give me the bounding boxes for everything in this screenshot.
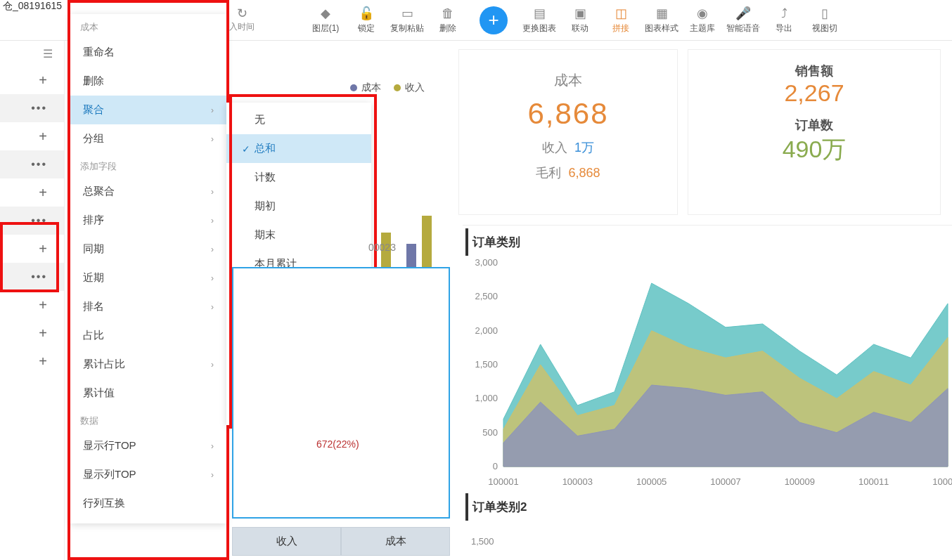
chevron-right-icon: › [211,470,214,480]
ctx-total-agg[interactable]: 总聚合› [70,177,226,206]
rail-add-2[interactable]: + [0,122,64,150]
context-menu: 成本 重命名 删除 聚合› 分组› 添加字段 总聚合› 排序› 同期› 近期› … [70,14,226,523]
ctx-rank[interactable]: 排名› [70,292,226,321]
ctx-cum-ratio[interactable]: 累计占比› [70,350,226,379]
ctx-row-top[interactable]: 显示行TOP› [70,431,226,460]
tool-view[interactable]: ▯视图切 [804,1,845,40]
x-category: 00023 [368,242,396,253]
rail-add-7[interactable]: + [0,347,64,375]
svg-text:100001: 100001 [488,476,518,487]
tool-lock[interactable]: 🔓锁定 [346,1,387,40]
copy-icon: ▭ [399,6,415,21]
trash-icon: 🗑 [440,6,456,21]
svg-text:100007: 100007 [710,476,740,487]
kpi-orders-title: 订单数 [688,117,940,134]
rail-more-1[interactable]: ••• [0,94,64,122]
tool-theme[interactable]: ◉主题库 [682,1,723,40]
ctx-same-period[interactable]: 同期› [70,235,226,263]
redo-icon: ↻ [237,6,247,21]
chevron-right-icon: › [211,302,214,312]
ctx-header-cost: 成本 [70,14,226,38]
chart3-ytick: 1,500 [463,521,952,547]
rail-add-4[interactable]: + [0,235,64,263]
svg-text:3,000: 3,000 [475,257,498,268]
layers-icon: ◆ [318,6,333,21]
rail-more-4[interactable]: ••• [0,263,64,291]
tool-layer[interactable]: ◆图层(1) [305,1,346,40]
kpi-cost-value: 6,868 [459,97,677,131]
pie-label: 672(22%) [316,438,359,450]
tool-time[interactable]: ↻ 入时间 [229,6,255,33]
ctx-transpose[interactable]: 行列互换 [70,489,226,518]
tool-voice[interactable]: 🎤智能语音 [723,1,764,40]
filename: 仓_08191615 [0,0,62,13]
tool-link[interactable]: ▣联动 [560,1,600,40]
ctx-sort[interactable]: 排序› [70,206,226,235]
svg-text:2,000: 2,000 [475,325,498,336]
kpi-orders-value: 490万 [688,134,940,166]
tool-copy[interactable]: ▭复制粘贴 [387,1,427,40]
th-cost[interactable]: 成本 [341,527,450,556]
table-header: 收入 成本 [232,527,450,556]
th-income[interactable]: 收入 [232,527,341,556]
ctx-header-addfield: 添加字段 [70,153,226,177]
tool-export[interactable]: ⤴导出 [764,1,804,40]
rail-add-1[interactable]: + [0,66,64,94]
ctx-col-top[interactable]: 显示列TOP› [70,460,226,489]
chevron-right-icon: › [211,187,214,197]
dashboard: 成本 收入 00023 成本 6,868 收入1万 毛利6,868 销售额 2,… [232,44,952,560]
tool-style[interactable]: ▦图表样式 [641,1,682,40]
chevron-right-icon: › [211,216,214,226]
mic-icon: 🎤 [735,6,751,21]
rail-more-2[interactable]: ••• [0,150,64,178]
kpi-sales[interactable]: 销售额 2,267 订单数 490万 [688,49,941,215]
ctx-group[interactable]: 分组› [70,124,226,153]
bar-chart-fragment [381,167,444,272]
rail-toggle-icon[interactable]: ☰ [0,41,64,66]
tool-join[interactable]: ◫拼接 [600,1,641,40]
chevron-right-icon: › [211,134,214,144]
link-icon: ▣ [572,6,588,21]
chevron-right-icon: › [211,360,214,370]
device-icon: ▯ [817,6,832,21]
left-rail: ☰ + ••• + ••• + ••• + ••• + + + [0,41,65,560]
order-category2-chart[interactable]: 订单类别2 1,500 [463,490,952,560]
add-button[interactable]: + [480,6,508,34]
kpi-sales-title: 销售额 [688,63,940,79]
rail-add-5[interactable]: + [0,291,64,319]
order-category-chart[interactable]: 订单类别 05001,0001,5002,0002,5003,000 10000… [463,225,952,513]
svg-text:500: 500 [482,427,498,438]
ctx-header-data: 数据 [70,408,226,431]
export-icon: ⤴ [776,6,792,21]
svg-text:1,500: 1,500 [475,359,498,370]
ctx-rename[interactable]: 重命名 [70,38,226,67]
svg-text:100005: 100005 [636,476,667,487]
selected-card[interactable] [232,267,450,519]
ctx-recent[interactable]: 近期› [70,263,226,292]
join-icon: ◫ [613,6,629,21]
tool-delete[interactable]: 🗑删除 [427,1,468,40]
rail-add-6[interactable]: + [0,319,64,347]
kpi-sales-value: 2,267 [688,79,940,107]
kpi-cost-title: 成本 [459,71,677,90]
svg-text:0: 0 [493,461,498,471]
rail-more-3[interactable]: ••• [0,207,64,235]
rail-add-3[interactable]: + [0,178,64,207]
svg-text:1,000: 1,000 [475,393,498,403]
ctx-aggregate[interactable]: 聚合› [70,96,226,124]
ctx-ratio[interactable]: 占比 [70,321,226,350]
tool-change-chart[interactable]: ▤更换图表 [519,1,560,40]
chevron-right-icon: › [211,273,214,283]
kpi-cost[interactable]: 成本 6,868 收入1万 毛利6,868 [458,49,678,215]
chart3-title: 订单类别2 [465,493,952,521]
palette-icon: ◉ [695,6,710,21]
legend: 成本 收入 [350,82,425,94]
ctx-delete[interactable]: 删除 [70,67,226,96]
style-icon: ▦ [654,6,669,21]
ctx-cum-val[interactable]: 累计值 [70,379,226,408]
chevron-right-icon: › [211,105,214,115]
chart2-title: 订单类别 [465,228,952,256]
lock-icon: 🔓 [359,6,374,21]
svg-text:100003: 100003 [562,476,593,487]
svg-text:100009: 100009 [785,476,815,487]
